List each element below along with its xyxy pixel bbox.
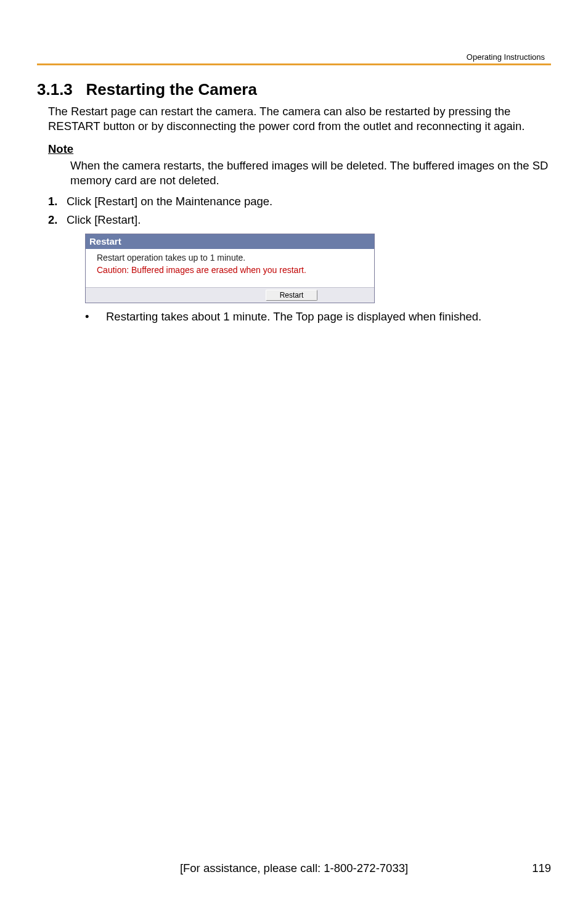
section-title: 3.1.3 Restarting the Camera xyxy=(37,80,551,99)
bullet-text: Restarting takes about 1 minute. The Top… xyxy=(106,309,481,324)
bullet-marker: • xyxy=(85,309,106,324)
section-heading: Restarting the Camera xyxy=(86,80,257,99)
page-footer: [For assistance, please call: 1-800-272-… xyxy=(37,862,551,875)
intro-paragraph: The Restart page can restart the camera.… xyxy=(48,104,551,134)
note-body: When the camera restarts, the buffered i… xyxy=(70,158,551,188)
section-number: 3.1.3 xyxy=(37,80,73,99)
doc-label: Operating Instructions xyxy=(467,52,545,62)
step-text: Click [Restart]. xyxy=(67,213,141,227)
step-number: 2. xyxy=(48,213,67,227)
bullet-item: • Restarting takes about 1 minute. The T… xyxy=(85,309,551,324)
step-2: 2. Click [Restart]. xyxy=(48,213,551,227)
panel-footer: Restart xyxy=(86,287,374,303)
note-heading: Note xyxy=(48,142,551,156)
header-rule xyxy=(37,63,551,65)
footer-assist: [For assistance, please call: 1-800-272-… xyxy=(74,862,514,875)
restart-button[interactable]: Restart xyxy=(266,290,318,301)
panel-info-line: Restart operation takes up to 1 minute. xyxy=(86,251,374,264)
step-1: 1. Click [Restart] on the Maintenance pa… xyxy=(48,194,551,209)
panel-body: Restart operation takes up to 1 minute. … xyxy=(86,249,374,287)
restart-panel: Restart Restart operation takes up to 1 … xyxy=(85,234,375,303)
footer-page-number: 119 xyxy=(514,862,551,875)
step-text: Click [Restart] on the Maintenance page. xyxy=(67,194,272,209)
step-number: 1. xyxy=(48,195,67,208)
restart-panel-container: Restart Restart operation takes up to 1 … xyxy=(85,234,375,303)
panel-title: Restart xyxy=(86,234,374,249)
panel-caution-line: Caution: Buffered images are erased when… xyxy=(86,264,374,276)
